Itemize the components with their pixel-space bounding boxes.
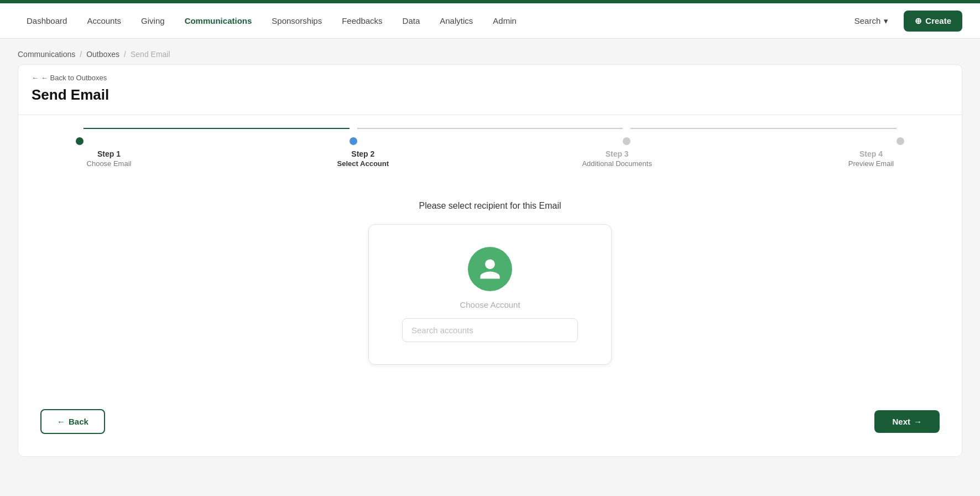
search-label: Search: [854, 16, 881, 25]
nav-item-dashboard[interactable]: Dashboard: [18, 12, 76, 30]
search-accounts-input[interactable]: [402, 318, 578, 342]
breadcrumb-communications[interactable]: Communications: [18, 50, 75, 59]
nav-item-communications[interactable]: Communications: [176, 12, 261, 30]
step-labels-row: Step 1 Choose Email Step 2 Select Accoun…: [32, 149, 948, 168]
breadcrumb: Communications / Outboxes / Send Email: [0, 39, 980, 64]
step-dot-2: [350, 137, 357, 145]
step-node-3: [623, 137, 630, 145]
section-instruction: Please select recipient for this Email: [32, 201, 948, 211]
step-4-number: Step 4: [821, 149, 921, 158]
breadcrumb-sep-2: /: [124, 50, 126, 59]
step-label-1: Step 1 Choose Email: [59, 149, 159, 168]
next-label: Next: [892, 417, 910, 426]
create-button[interactable]: ⊕ Create: [904, 11, 962, 32]
step-node-2: [350, 137, 357, 145]
person-icon: [478, 257, 502, 281]
back-to-outboxes-link[interactable]: ← ← Back to Outboxes: [32, 74, 948, 82]
back-to-outboxes-label: ← Back to Outboxes: [41, 74, 107, 82]
step-2-desc: Select Account: [313, 159, 413, 168]
nav-item-feedbacks[interactable]: Feedbacks: [333, 12, 391, 30]
nav-item-accounts[interactable]: Accounts: [78, 12, 130, 30]
connector-2-3: [357, 128, 623, 129]
step-node-1: [76, 137, 84, 145]
back-arrow-icon: ←: [57, 417, 65, 426]
main-content: Step 1 Choose Email Step 2 Select Accoun…: [18, 115, 962, 457]
step-1-desc: Choose Email: [59, 159, 159, 168]
step-dot-1: [76, 137, 84, 145]
nav-item-data[interactable]: Data: [394, 12, 429, 30]
account-card: Choose Account: [368, 224, 612, 365]
breadcrumb-sep-1: /: [80, 50, 82, 59]
create-label: Create: [925, 16, 951, 25]
step-dot-3: [623, 137, 630, 145]
next-arrow-icon: →: [914, 417, 922, 426]
footer-actions: ← Back Next →: [32, 409, 948, 434]
navbar: Dashboard Accounts Giving Communications…: [0, 3, 980, 39]
chevron-down-icon: ▾: [884, 16, 888, 26]
nav-item-admin[interactable]: Admin: [484, 12, 525, 30]
breadcrumb-send-email: Send Email: [131, 50, 170, 59]
back-label: Back: [69, 417, 88, 426]
plus-icon: ⊕: [915, 16, 922, 26]
step-3-number: Step 3: [567, 149, 667, 158]
select-recipient-section: Please select recipient for this Email C…: [32, 190, 948, 376]
nav-links: Dashboard Accounts Giving Communications…: [18, 12, 846, 30]
page-header: ← ← Back to Outboxes Send Email: [18, 64, 962, 115]
step-label-4: Step 4 Preview Email: [821, 149, 921, 168]
step-node-4: [896, 137, 904, 145]
step-4-desc: Preview Email: [821, 159, 921, 168]
connector-3-4: [630, 128, 896, 129]
step-1-number: Step 1: [59, 149, 159, 158]
step-label-3: Step 3 Additional Documents: [567, 149, 667, 168]
connector-1-2: [84, 128, 350, 129]
nav-right: Search ▾ ⊕ Create: [846, 11, 962, 32]
step-2-number: Step 2: [313, 149, 413, 158]
avatar: [468, 247, 512, 291]
nav-item-sponsorships[interactable]: Sponsorships: [263, 12, 331, 30]
nav-item-giving[interactable]: Giving: [132, 12, 174, 30]
back-button[interactable]: ← Back: [40, 409, 105, 434]
page-title: Send Email: [32, 86, 948, 104]
breadcrumb-outboxes[interactable]: Outboxes: [86, 50, 119, 59]
next-button[interactable]: Next →: [874, 410, 940, 433]
stepper: [32, 137, 948, 145]
step-3-desc: Additional Documents: [567, 159, 667, 168]
search-button[interactable]: Search ▾: [846, 12, 898, 30]
nav-item-analytics[interactable]: Analytics: [431, 12, 482, 30]
step-dot-4: [896, 137, 904, 145]
step-label-2: Step 2 Select Account: [313, 149, 413, 168]
choose-account-label: Choose Account: [402, 300, 578, 309]
arrow-left-icon: ←: [32, 74, 39, 82]
